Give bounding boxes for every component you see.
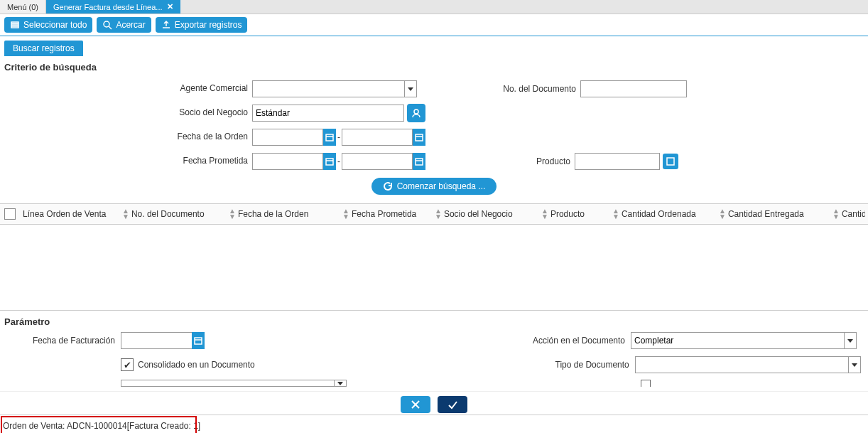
export-icon xyxy=(161,20,171,30)
fecha-prom-to[interactable] xyxy=(342,153,413,170)
calendar-icon xyxy=(325,133,334,141)
fecha-orden-from[interactable] xyxy=(252,129,323,146)
export-label: Exportar registros xyxy=(175,20,242,30)
select-all-checkbox[interactable] xyxy=(4,208,16,220)
toolbar: Seleccionar todo Acercar Exportar regist… xyxy=(0,14,868,36)
export-button[interactable]: Exportar registros xyxy=(156,17,248,33)
col-producto[interactable]: ▲▼Producto xyxy=(538,204,609,224)
select-all-label: Seleccionar todo xyxy=(23,20,87,30)
socio-lookup-button[interactable] xyxy=(407,104,425,122)
begin-search-label: Comenzar búsqueda ... xyxy=(397,181,486,191)
tipo-input[interactable] xyxy=(635,356,848,373)
label-accion: Acción en el Documento xyxy=(503,336,631,346)
socio-input[interactable] xyxy=(252,105,404,122)
fecha-fact-cal[interactable] xyxy=(192,332,205,349)
tipo-dropdown-button[interactable] xyxy=(848,356,861,373)
param-title: Parámetro xyxy=(0,311,868,330)
sort-icon: ▲▼ xyxy=(541,208,548,220)
fecha-fact-input[interactable] xyxy=(121,332,192,349)
search-criteria-title: Criterio de búsqueda xyxy=(0,56,868,75)
docno-input[interactable] xyxy=(580,80,687,97)
col-cant-cut[interactable]: ▲▼Cantid xyxy=(830,204,865,224)
producto-input[interactable] xyxy=(575,153,660,170)
tab-generate-invoice[interactable]: Generar Factura desde Línea... ✕ xyxy=(46,0,180,14)
col-linea[interactable]: Línea Orden de Venta xyxy=(20,204,119,224)
user-icon xyxy=(411,108,421,118)
sort-icon: ▲▼ xyxy=(435,208,442,220)
col-fecha-orden[interactable]: ▲▼Fecha de la Orden xyxy=(226,204,340,224)
svg-line-4 xyxy=(109,26,112,29)
product-icon xyxy=(666,156,676,166)
tab-menu-label: Menú (0) xyxy=(7,3,38,11)
search-records-tab[interactable]: Buscar registros xyxy=(4,41,83,56)
fecha-orden-to[interactable] xyxy=(342,129,413,146)
svg-rect-6 xyxy=(326,134,333,141)
tab-menu[interactable]: Menú (0) xyxy=(0,0,46,14)
cutoff-checkbox[interactable] xyxy=(641,380,651,387)
accion-dropdown-button[interactable] xyxy=(844,332,857,349)
list-icon xyxy=(10,20,20,30)
section-tab-row: Buscar registros xyxy=(0,36,868,56)
sort-icon: ▲▼ xyxy=(229,208,236,220)
sort-icon: ▲▼ xyxy=(612,208,619,220)
fecha-prom-to-cal[interactable] xyxy=(413,153,425,170)
consolidado-checkbox[interactable]: Consolidado en un Documento xyxy=(121,358,255,371)
sort-icon: ▲▼ xyxy=(122,208,129,220)
fecha-prom-from-cal[interactable] xyxy=(323,153,336,170)
svg-rect-10 xyxy=(326,159,333,165)
check-icon xyxy=(447,399,458,410)
svg-point-3 xyxy=(104,21,109,27)
label-docno: No. del Documento xyxy=(481,84,580,94)
cutoff-dropdown[interactable] xyxy=(334,380,347,387)
consolidado-label: Consolidado en un Documento xyxy=(138,360,255,370)
cutoff-input[interactable] xyxy=(121,380,334,387)
search-form: Agente Comercial No. del Documento Socio… xyxy=(0,75,868,203)
col-cant-ent[interactable]: ▲▼Cantidad Entregada xyxy=(716,204,830,224)
dash: - xyxy=(337,156,340,166)
select-all-button[interactable]: Seleccionar todo xyxy=(4,17,92,33)
dash: - xyxy=(337,132,340,142)
agente-dropdown-button[interactable] xyxy=(404,80,417,97)
agente-input[interactable] xyxy=(252,80,404,97)
x-icon xyxy=(410,399,421,410)
col-docno[interactable]: ▲▼No. del Documento xyxy=(119,204,226,224)
col-cant-ord[interactable]: ▲▼Cantidad Ordenada xyxy=(609,204,716,224)
label-socio: Socio del Negocio xyxy=(0,108,252,117)
svg-point-5 xyxy=(414,109,418,114)
fecha-orden-from-cal[interactable] xyxy=(323,129,336,146)
status-bar: Orden de Venta: ADCN-1000014[Factura Cre… xyxy=(0,415,868,433)
sort-icon: ▲▼ xyxy=(832,208,840,220)
svg-rect-12 xyxy=(416,159,423,165)
ok-button[interactable] xyxy=(438,396,467,413)
zoom-label: Acercar xyxy=(116,20,145,30)
producto-lookup-button[interactable] xyxy=(663,154,678,169)
window-tab-bar: Menú (0) Generar Factura desde Línea... … xyxy=(0,0,868,14)
close-icon[interactable]: ✕ xyxy=(167,2,173,11)
cancel-button[interactable] xyxy=(401,396,430,413)
status-highlight xyxy=(1,416,197,433)
label-fecha-prom: Fecha Prometida xyxy=(0,156,252,166)
begin-search-button[interactable]: Comenzar búsqueda ... xyxy=(371,178,497,195)
zoom-icon xyxy=(102,20,112,30)
label-fecha-orden: Fecha de la Orden xyxy=(0,132,252,141)
sort-icon: ▲▼ xyxy=(719,208,726,220)
calendar-icon xyxy=(415,133,423,141)
action-row xyxy=(0,391,868,415)
accion-input[interactable] xyxy=(631,332,844,349)
sort-icon: ▲▼ xyxy=(342,208,349,220)
svg-rect-8 xyxy=(416,134,423,141)
calendar-icon xyxy=(415,157,423,166)
col-fecha-prom[interactable]: ▲▼Fecha Prometida xyxy=(340,204,432,224)
grid-header: Línea Orden de Venta ▲▼No. del Documento… xyxy=(0,203,868,225)
checkbox-icon xyxy=(121,358,134,371)
calendar-icon xyxy=(325,157,334,166)
svg-rect-14 xyxy=(667,158,674,165)
refresh-icon xyxy=(383,181,393,191)
grid-body xyxy=(0,225,868,310)
fecha-orden-to-cal[interactable] xyxy=(413,129,425,146)
fecha-prom-from[interactable] xyxy=(252,153,323,170)
calendar-icon xyxy=(194,336,202,345)
zoom-button[interactable]: Acercar xyxy=(97,17,151,33)
param-section: Parámetro Fecha de Facturación Acción en… xyxy=(0,310,868,388)
col-socio[interactable]: ▲▼Socio del Negocio xyxy=(432,204,538,224)
